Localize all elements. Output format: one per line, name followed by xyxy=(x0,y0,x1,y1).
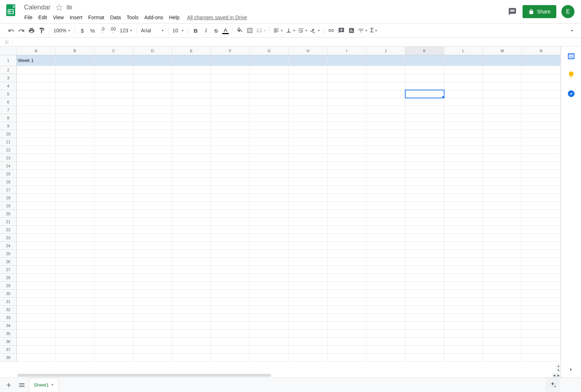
cell[interactable] xyxy=(366,290,405,298)
cell[interactable] xyxy=(17,282,56,290)
undo-button[interactable] xyxy=(7,26,16,35)
cell[interactable] xyxy=(405,346,444,354)
cell[interactable] xyxy=(211,55,250,66)
cell[interactable] xyxy=(133,122,172,130)
cell[interactable] xyxy=(483,170,522,178)
cell[interactable] xyxy=(56,90,94,98)
cell[interactable] xyxy=(405,282,444,290)
cell[interactable] xyxy=(133,114,172,122)
cell[interactable] xyxy=(483,162,522,170)
tasks-addon-icon[interactable] xyxy=(567,89,576,98)
cell[interactable] xyxy=(17,354,56,362)
cell[interactable] xyxy=(211,314,250,322)
row-header[interactable]: 31 xyxy=(0,298,17,306)
cell[interactable] xyxy=(56,210,94,218)
cell[interactable] xyxy=(444,114,483,122)
cell[interactable] xyxy=(172,282,211,290)
cell[interactable] xyxy=(94,138,133,146)
cell[interactable] xyxy=(328,170,366,178)
cell[interactable] xyxy=(289,226,328,234)
cell[interactable] xyxy=(366,186,405,194)
cell[interactable] xyxy=(133,250,172,258)
cell[interactable] xyxy=(483,338,522,346)
cell[interactable] xyxy=(250,194,289,202)
cell[interactable] xyxy=(94,82,133,90)
cell[interactable] xyxy=(289,170,328,178)
cell[interactable] xyxy=(328,306,366,314)
cell[interactable] xyxy=(444,338,483,346)
column-header[interactable]: G xyxy=(250,46,289,55)
cell[interactable] xyxy=(211,90,250,98)
cell[interactable] xyxy=(366,298,405,306)
cell[interactable] xyxy=(366,234,405,242)
cell[interactable] xyxy=(17,106,56,114)
paint-format-button[interactable] xyxy=(37,26,46,35)
collapse-toolbar-button[interactable] xyxy=(567,26,577,35)
cell[interactable] xyxy=(211,210,250,218)
cell[interactable] xyxy=(17,66,56,74)
cell[interactable] xyxy=(94,154,133,162)
cell[interactable] xyxy=(522,146,561,154)
cell[interactable] xyxy=(522,218,561,226)
cell[interactable] xyxy=(405,130,444,138)
cell[interactable] xyxy=(172,306,211,314)
row-header[interactable]: 27 xyxy=(0,266,17,274)
cell[interactable] xyxy=(328,354,366,362)
cell[interactable] xyxy=(289,322,328,330)
cell[interactable] xyxy=(522,282,561,290)
cell[interactable] xyxy=(366,210,405,218)
cell[interactable] xyxy=(444,98,483,106)
row-header[interactable]: 19 xyxy=(0,202,17,210)
cell[interactable] xyxy=(56,282,94,290)
cell[interactable] xyxy=(366,178,405,186)
fill-color-button[interactable] xyxy=(235,26,244,35)
cell[interactable] xyxy=(94,274,133,282)
cell[interactable] xyxy=(483,218,522,226)
cell[interactable] xyxy=(522,346,561,354)
horizontal-align-button[interactable]: ▼ xyxy=(272,26,284,35)
cell[interactable] xyxy=(366,114,405,122)
cell[interactable] xyxy=(211,306,250,314)
menu-addons[interactable]: Add-ons xyxy=(142,13,166,22)
cell[interactable] xyxy=(522,274,561,282)
cell[interactable] xyxy=(289,106,328,114)
cell[interactable] xyxy=(483,122,522,130)
cell[interactable] xyxy=(17,82,56,90)
cell[interactable] xyxy=(133,90,172,98)
cell[interactable] xyxy=(250,170,289,178)
cell[interactable] xyxy=(17,74,56,82)
cell[interactable] xyxy=(172,242,211,250)
cell[interactable] xyxy=(366,250,405,258)
cell[interactable] xyxy=(133,322,172,330)
cell[interactable] xyxy=(405,82,444,90)
cell[interactable] xyxy=(17,218,56,226)
cell[interactable] xyxy=(522,106,561,114)
cell[interactable] xyxy=(250,274,289,282)
cell[interactable] xyxy=(405,106,444,114)
cell[interactable] xyxy=(444,322,483,330)
cell[interactable] xyxy=(522,258,561,266)
cell[interactable] xyxy=(366,322,405,330)
cell[interactable] xyxy=(522,322,561,330)
cell[interactable] xyxy=(328,55,366,66)
cell[interactable] xyxy=(172,98,211,106)
row-header[interactable]: 1 xyxy=(0,55,17,66)
cell[interactable] xyxy=(172,202,211,210)
cell[interactable] xyxy=(211,170,250,178)
cell[interactable] xyxy=(250,130,289,138)
cell[interactable] xyxy=(250,98,289,106)
cell[interactable] xyxy=(328,338,366,346)
cell[interactable] xyxy=(522,122,561,130)
row-header[interactable]: 28 xyxy=(0,274,17,282)
cell[interactable] xyxy=(172,90,211,98)
cell[interactable] xyxy=(522,290,561,298)
cell[interactable] xyxy=(133,178,172,186)
strikethrough-button[interactable]: S xyxy=(211,26,221,35)
cell[interactable] xyxy=(211,274,250,282)
cell[interactable] xyxy=(17,114,56,122)
cell[interactable] xyxy=(289,282,328,290)
cell[interactable] xyxy=(483,138,522,146)
cell[interactable] xyxy=(405,322,444,330)
row-header[interactable]: 8 xyxy=(0,114,17,122)
cell[interactable] xyxy=(522,162,561,170)
